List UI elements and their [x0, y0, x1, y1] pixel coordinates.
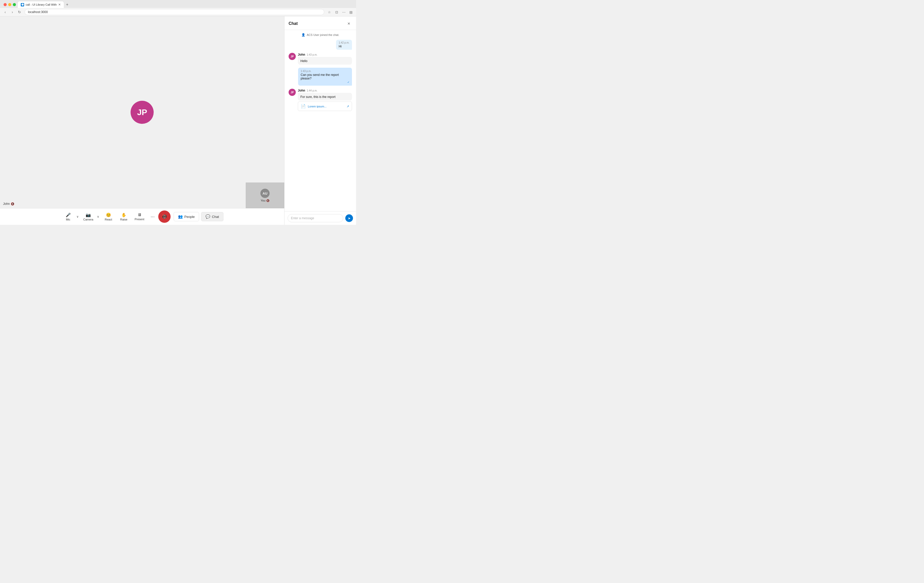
more-options-button[interactable]: ⋯ [148, 213, 157, 221]
self-name-label: You 🔇 [261, 199, 269, 202]
participant-name-label: John 🔇 [3, 202, 14, 206]
app: JP John 🔇 AU You 🔇 🎤 [0, 16, 356, 225]
chat-title: Chat [289, 21, 298, 26]
message-time-4: 1:44 p.m. [307, 89, 318, 92]
message-text-3: Can you send me the report please? [301, 73, 350, 80]
present-icon: 🖥 [137, 212, 142, 217]
self-muted-icon: 🔇 [266, 199, 269, 202]
message-text-1: Hi [338, 44, 350, 48]
participant-name: John [3, 202, 10, 206]
window-maximize[interactable] [13, 3, 16, 6]
chat-header: Chat ✕ [284, 16, 356, 30]
message-bubble-3: 1:43 p.m. Can you send me the report ple… [298, 68, 352, 86]
self-avatar: AU [261, 189, 270, 198]
self-video-tile: AU You 🔇 [246, 183, 284, 208]
react-label: React [105, 218, 112, 221]
tab-favicon [21, 3, 24, 7]
chat-button[interactable]: 💬 Chat [201, 212, 223, 221]
present-label: Present [135, 217, 144, 221]
raise-label: Raise [120, 218, 127, 221]
new-tab-button[interactable]: + [64, 2, 70, 8]
send-button[interactable]: ➤ [345, 214, 353, 222]
active-tab[interactable]: call - UI Library Call With ✕ [17, 1, 64, 8]
message-time-1: 1:42 p.m. [338, 41, 350, 44]
message-author-2: John [298, 53, 305, 56]
forward-button[interactable]: › [9, 9, 15, 15]
message-4: JP John 1:44 p.m. For sure, this is the … [289, 89, 352, 111]
send-icon: ➤ [348, 216, 351, 220]
message-content-4: John 1:44 p.m. For sure, this is the rep… [298, 89, 352, 111]
browser-chrome: call - UI Library Call With ✕ + ‹ › ↻ lo… [0, 0, 356, 16]
window-minimize[interactable] [8, 3, 11, 6]
system-icon: 👤 [302, 33, 305, 37]
mic-group: 🎤 Mic ∨ [61, 211, 80, 222]
present-button[interactable]: 🖥 Present [132, 211, 147, 222]
react-button[interactable]: 😊 React [101, 211, 116, 222]
system-message-text: ACS User joined the chat. [307, 33, 339, 36]
mic-label: Mic [66, 218, 70, 221]
chat-panel: Chat ✕ 👤 ACS User joined the chat. 1:42 … [284, 16, 356, 225]
window-close[interactable] [3, 3, 7, 6]
self-name: You [261, 199, 266, 202]
address-text: localhost:3000 [28, 10, 48, 14]
message-content-2: John 1:43 p.m. Hello [298, 53, 352, 64]
end-call-button[interactable]: 📵 [158, 211, 171, 223]
chat-toolbar-icon: 💬 [205, 214, 210, 219]
people-icon: 👥 [178, 214, 183, 219]
message-2: JP John 1:43 p.m. Hello [289, 53, 352, 64]
camera-icon: 📷 [86, 212, 91, 217]
camera-dropdown[interactable]: ∨ [96, 213, 100, 220]
message-3: 1:43 p.m. Can you send me the report ple… [289, 68, 352, 86]
file-name: Lorem ipsum... [308, 105, 345, 108]
raise-button[interactable]: ✋ Raise [117, 211, 131, 222]
tab-title: call - UI Library Call With [26, 3, 57, 6]
john-avatar-2: JP [289, 89, 296, 96]
read-receipt-3: ✓ [301, 81, 350, 84]
mic-dropdown[interactable]: ∨ [76, 213, 80, 220]
favorites-button[interactable]: ☆ [326, 9, 332, 15]
camera-label: Camera [83, 218, 93, 221]
message-bubble-4: For sure, this is the report [298, 93, 352, 100]
chat-label: Chat [212, 215, 219, 219]
chat-messages: 👤 ACS User joined the chat. 1:42 p.m. Hi… [284, 30, 356, 211]
chat-input[interactable] [287, 214, 343, 222]
john-avatar: JP [289, 53, 296, 60]
file-icon: 📄 [301, 104, 306, 109]
camera-button[interactable]: 📷 Camera [81, 211, 96, 222]
call-area: JP John 🔇 AU You 🔇 🎤 [0, 16, 284, 225]
file-open-icon: ↗ [346, 105, 349, 108]
camera-group: 📷 Camera ∨ [81, 211, 100, 222]
tab-close-button[interactable]: ✕ [58, 3, 61, 7]
split-view-button[interactable]: ⊡ [333, 9, 340, 15]
sidebar-button[interactable]: ▤ [348, 9, 354, 15]
react-icon: 😊 [106, 212, 111, 217]
reload-button[interactable]: ↻ [16, 9, 23, 15]
chat-input-area: ➤ [284, 211, 356, 225]
self-initials: AU [263, 191, 267, 195]
muted-icon: 🔇 [11, 202, 14, 206]
svg-point-0 [21, 3, 24, 6]
more-options-button[interactable]: ⋯ [341, 9, 347, 15]
end-call-icon: 📵 [162, 214, 167, 219]
message-bubble-2: Hello [298, 57, 352, 64]
video-main: JP John 🔇 AU You 🔇 [0, 16, 284, 208]
chat-close-button[interactable]: ✕ [346, 20, 352, 27]
message-meta-2: John 1:43 p.m. [298, 53, 352, 56]
participant-avatar: JP [130, 101, 153, 124]
message-time-3: 1:43 p.m. [301, 70, 350, 72]
raise-icon: ✋ [121, 212, 127, 217]
message-text-4: For sure, this is the report [300, 95, 335, 99]
address-bar[interactable]: localhost:3000 [25, 9, 324, 15]
back-button[interactable]: ‹ [2, 9, 8, 15]
message-1: 1:42 p.m. Hi [289, 40, 352, 50]
people-button[interactable]: 👥 People [174, 212, 199, 221]
file-attachment[interactable]: 📄 Lorem ipsum... ↗ [298, 102, 352, 111]
people-label: People [185, 215, 195, 219]
participant-initials: JP [137, 108, 147, 117]
message-meta-4: John 1:44 p.m. [298, 89, 352, 92]
mic-button[interactable]: 🎤 Mic [61, 211, 76, 222]
browser-toolbar: ‹ › ↻ localhost:3000 ☆ ⊡ ⋯ ▤ [0, 8, 356, 16]
message-author-4: John [298, 89, 305, 92]
message-bubble-1: 1:42 p.m. Hi [336, 40, 352, 50]
system-message: 👤 ACS User joined the chat. [289, 33, 352, 37]
